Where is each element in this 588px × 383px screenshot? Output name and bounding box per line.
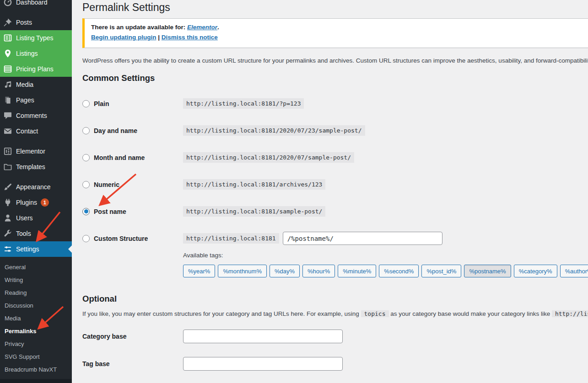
comment-bubble-icon (3, 111, 12, 120)
permalink-option-numeric: Numerichttp://listing.local:8181/archive… (82, 171, 588, 198)
available-tags-block: Available tags: %year%%monthnum%%day%%ho… (183, 252, 588, 277)
begin-updating-link[interactable]: Begin updating plugin (91, 34, 156, 41)
brush-icon (3, 182, 12, 192)
submenu-item-svg-support[interactable]: SVG Support (0, 350, 72, 363)
sliders-icon (3, 245, 12, 254)
sidebar-item-pricing-plans[interactable]: Pricing Plans (0, 61, 72, 77)
category-base-input[interactable] (183, 330, 343, 343)
sidebar-item-appearance[interactable]: Appearance (0, 179, 72, 195)
optional-description: If you like, you may enter custom struct… (82, 310, 588, 317)
example-url: http://listing.local:8181/sample-post/ (183, 206, 325, 217)
elementor-link[interactable]: Elementor (187, 24, 217, 31)
example-url: http://listing.local:8181/2020/07/23/sam… (183, 125, 365, 136)
tag-button-post-id[interactable]: %post_id% (421, 265, 461, 277)
update-notice: There is an update available for: Elemen… (82, 18, 588, 48)
option-label[interactable]: Numeric (94, 181, 119, 188)
notice-actions: Begin updating plugin | Dismiss this not… (91, 34, 588, 41)
sidebar-item-plugins[interactable]: Plugins1 (0, 195, 72, 210)
radio-post-name[interactable] (82, 208, 90, 215)
sidebar-bottom-strip (0, 379, 72, 383)
sidebar-item-settings[interactable]: Settings (0, 241, 72, 257)
radio-custom-structure[interactable] (82, 235, 90, 242)
category-base-row: Category base (82, 323, 588, 350)
optional-heading: Optional (82, 294, 588, 304)
tag-button-second[interactable]: %second% (379, 265, 419, 277)
sidebar-item-templates[interactable]: Templates (0, 159, 72, 175)
elementor-icon (3, 147, 12, 156)
tag-button-category[interactable]: %category% (514, 265, 557, 277)
custom-structure-prefix: http://listing.local:8181 (183, 233, 279, 244)
topics-code: topics (361, 310, 389, 317)
sidebar-item-label: Contact (16, 128, 38, 135)
sidebar-item-contact[interactable]: Contact (0, 123, 72, 139)
option-label[interactable]: Month and name (94, 154, 145, 161)
sidebar-item-dashboard[interactable]: Dashboard (0, 0, 72, 10)
sidebar-item-label: Pricing Plans (16, 65, 54, 73)
sidebar-item-posts[interactable]: Posts (0, 15, 72, 30)
sidebar-item-listings[interactable]: Listings (0, 46, 72, 61)
listing-box-icon (3, 33, 12, 43)
sidebar-item-label: Listings (16, 50, 38, 57)
dashboard-icon (3, 0, 12, 7)
permalink-option-post-name: Post namehttp://listing.local:8181/sampl… (82, 198, 588, 225)
example-url: http://listing.local:8181/archives/123 (183, 179, 325, 190)
plug-icon (3, 198, 12, 207)
tag-base-label: Tag base (82, 360, 110, 367)
tag-button-postname[interactable]: %postname% (464, 265, 511, 277)
tag-button-year[interactable]: %year% (183, 265, 215, 277)
pages-icon (3, 96, 12, 105)
sidebar-item-pages[interactable]: Pages (0, 92, 72, 108)
media-note-icon (3, 80, 12, 89)
custom-structure-input[interactable] (283, 232, 442, 245)
map-pin-icon (3, 49, 12, 58)
submenu-item-permalinks[interactable]: Permalinks (0, 324, 72, 337)
submenu-item-general[interactable]: General (0, 261, 72, 273)
sidebar-item-tools[interactable]: Tools (0, 226, 72, 241)
submenu-item-discussion[interactable]: Discussion (0, 299, 72, 312)
menu-separator (0, 175, 72, 179)
tag-button-hour[interactable]: %hour% (302, 265, 335, 277)
optional-fields: Category base Tag base (82, 323, 588, 378)
option-label[interactable]: Custom Structure (94, 235, 148, 242)
sidebar-item-label: Appearance (16, 183, 51, 191)
common-settings-heading: Common Settings (82, 73, 588, 83)
sidebar-item-comments[interactable]: Comments (0, 108, 72, 123)
user-icon (3, 213, 12, 223)
tag-button-monthnum[interactable]: %monthnum% (218, 265, 267, 277)
option-label[interactable]: Plain (94, 100, 109, 107)
sidebar-item-label: Users (16, 214, 33, 222)
option-label[interactable]: Day and name (94, 127, 137, 134)
dismiss-notice-link[interactable]: Dismiss this notice (162, 34, 218, 41)
tag-button-author[interactable]: %author% (560, 265, 588, 277)
option-label[interactable]: Post name (94, 208, 126, 215)
sidebar-item-label: Listing Types (16, 34, 53, 42)
tag-base-input[interactable] (183, 357, 343, 371)
sidebar-item-elementor[interactable]: Elementor (0, 144, 72, 159)
radio-day-and-name[interactable] (82, 127, 90, 134)
page-title: Permalink Settings (82, 1, 588, 14)
sidebar-item-users[interactable]: Users (0, 210, 72, 226)
tag-button-minute[interactable]: %minute% (338, 265, 376, 277)
sidebar-item-media[interactable]: Media (0, 77, 72, 92)
submenu-item-reading[interactable]: Reading (0, 286, 72, 299)
admin-menu: DashboardPostsListing TypesListingsPrici… (0, 0, 72, 257)
submenu-item-breadcrumb-navxt[interactable]: Breadcrumb NavXT (0, 363, 72, 376)
radio-plain[interactable] (82, 100, 90, 107)
sidebar-item-listing-types[interactable]: Listing Types (0, 30, 72, 46)
tag-button-day[interactable]: %day% (270, 265, 300, 277)
submenu-item-privacy[interactable]: Privacy (0, 337, 72, 350)
pushpin-icon (3, 18, 12, 27)
sidebar-item-label: Media (16, 81, 33, 88)
radio-month-and-name[interactable] (82, 154, 90, 161)
intro-text: WordPress offers you the ability to crea… (82, 57, 588, 64)
permalink-options: Plainhttp://listing.local:8181/?p=123Day… (82, 90, 588, 252)
permalink-option-custom-structure: Custom Structurehttp://listing.local:818… (82, 225, 588, 252)
sidebar-item-label: Tools (16, 230, 31, 237)
radio-numeric[interactable] (82, 181, 90, 188)
permalink-option-plain: Plainhttp://listing.local:8181/?p=123 (82, 90, 588, 117)
submenu-item-writing[interactable]: Writing (0, 273, 72, 286)
submenu-item-media[interactable]: Media (0, 312, 72, 324)
settings-submenu: GeneralWritingReadingDiscussionMediaPerm… (0, 257, 72, 378)
menu-separator (0, 139, 72, 144)
update-count-badge: 1 (41, 198, 49, 207)
